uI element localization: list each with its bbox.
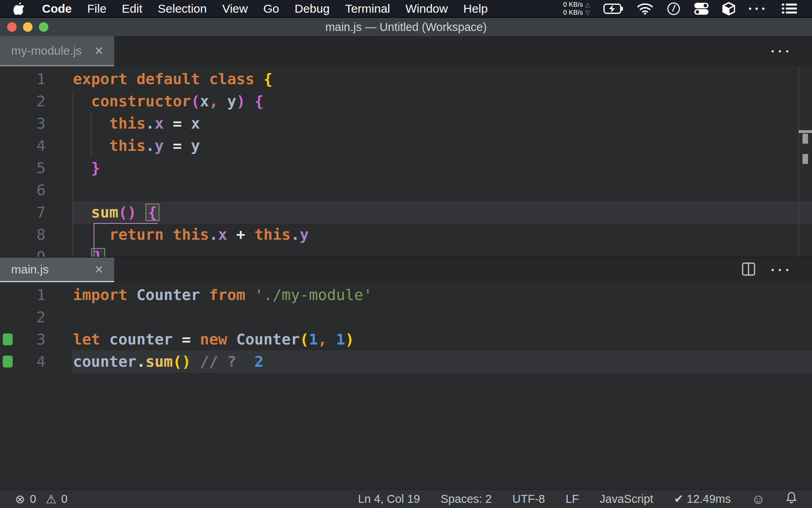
errors-count[interactable]: 0 — [30, 493, 36, 506]
line-number: 2 — [0, 90, 46, 112]
zoom-window-button[interactable] — [39, 22, 48, 32]
network-speed-indicator[interactable]: 0 KB/s0 KB/s △▽ — [563, 1, 590, 17]
tab-label: my-module.js — [11, 44, 82, 58]
menu-item-file[interactable]: File — [87, 2, 106, 15]
window-title: main.js — Untitled (Workspace) — [325, 21, 486, 34]
minimize-window-button[interactable] — [23, 22, 33, 32]
code-line[interactable]: 8 return this.x + this.y — [0, 223, 812, 246]
more-actions-icon[interactable]: ••• — [771, 265, 793, 275]
line-number: 7 — [0, 201, 46, 223]
menu-item-terminal[interactable]: Terminal — [345, 2, 390, 15]
more-actions-icon[interactable]: ••• — [771, 46, 793, 56]
window-title-bar: main.js — Untitled (Workspace) — [0, 18, 812, 36]
code-line[interactable]: 9 } — [0, 246, 812, 257]
warnings-icon[interactable]: ⚠ — [46, 492, 56, 506]
status-bar: ⊗ 0 ⚠ 0 Ln 4, Col 19 Spaces: 2 UTF-8 LF … — [0, 489, 812, 508]
line-number: 3 — [0, 112, 46, 135]
apple-logo-icon[interactable] — [13, 2, 25, 15]
code-line[interactable]: 4 this.y = y — [0, 135, 812, 157]
line-number: 2 — [0, 306, 46, 328]
bottom-editor-tab-bar: main.js × ••• — [0, 257, 812, 282]
menu-item-view[interactable]: View — [222, 2, 247, 15]
code-line[interactable]: 3 this.x = x — [0, 112, 812, 135]
code-line[interactable]: 7 sum() { — [0, 201, 812, 223]
line-number: 8 — [0, 223, 46, 246]
editor-main-js[interactable]: 1import Counter from './my-module'23let … — [0, 282, 812, 489]
cursor-position[interactable]: Ln 4, Col 19 — [358, 493, 420, 506]
feedback-smiley-icon[interactable]: ☺ — [751, 491, 765, 507]
macos-menu-bar: Code FileEditSelectionViewGoDebugTermina… — [0, 0, 812, 18]
cube-app-icon[interactable] — [722, 2, 735, 15]
notifications-bell-icon[interactable] — [786, 491, 797, 507]
menu-item-window[interactable]: Window — [406, 2, 448, 15]
indentation[interactable]: Spaces: 2 — [440, 493, 492, 506]
tab-close-icon[interactable]: × — [95, 44, 103, 58]
menu-items: FileEditSelectionViewGoDebugTerminalWind… — [87, 2, 503, 15]
eol-sequence[interactable]: LF — [565, 493, 579, 506]
close-window-button[interactable] — [7, 22, 17, 32]
tab-my-module-js[interactable]: my-module.js × — [0, 36, 114, 66]
line-number: 1 — [0, 68, 46, 90]
warnings-count[interactable]: 0 — [61, 493, 67, 506]
line-number: 6 — [0, 179, 46, 201]
check-icon: ✔ — [674, 493, 684, 505]
language-mode[interactable]: JavaScript — [599, 493, 653, 506]
code-line[interactable]: 1import Counter from './my-module' — [0, 284, 812, 306]
battery-charging-icon[interactable] — [603, 4, 623, 14]
line-number: 4 — [0, 135, 46, 157]
line-number: 5 — [0, 157, 46, 179]
editor-my-module-js[interactable]: 1export default class {2 constructor(x, … — [0, 66, 812, 257]
code-line[interactable]: 3let counter = new Counter(1, 1) — [0, 328, 812, 350]
menu-item-debug[interactable]: Debug — [295, 2, 329, 15]
tab-label: main.js — [11, 263, 49, 276]
errors-icon[interactable]: ⊗ — [15, 492, 25, 506]
code-line[interactable]: 1export default class { — [0, 68, 812, 90]
tab-close-icon[interactable]: × — [95, 262, 103, 277]
menu-item-selection[interactable]: Selection — [158, 2, 207, 15]
clock-icon[interactable] — [667, 2, 680, 15]
code-line[interactable]: 6 — [0, 179, 812, 201]
split-editor-icon[interactable] — [742, 262, 755, 277]
menu-item-edit[interactable]: Edit — [122, 2, 142, 15]
menu-item-help[interactable]: Help — [463, 2, 488, 15]
coverage-indicator — [3, 356, 13, 368]
ellipsis-icon[interactable]: ••• — [749, 4, 768, 14]
list-menu-icon[interactable] — [782, 3, 797, 14]
wifi-icon[interactable] — [637, 3, 653, 15]
code-line[interactable]: 5 } — [0, 157, 812, 179]
tab-main-js[interactable]: main.js × — [0, 258, 114, 282]
code-line[interactable]: 2 — [0, 306, 812, 328]
perf-time[interactable]: ✔ 12.49ms — [674, 492, 731, 506]
menu-item-code[interactable]: Code — [42, 2, 72, 15]
menu-item-go[interactable]: Go — [263, 2, 279, 15]
traffic-lights — [7, 18, 48, 36]
line-number: 9 — [0, 246, 46, 257]
coverage-indicator — [3, 333, 13, 345]
control-toggles-icon[interactable] — [694, 2, 709, 15]
encoding[interactable]: UTF-8 — [512, 493, 545, 506]
menu-bar-tray: 0 KB/s0 KB/s △▽ ••• — [563, 1, 812, 17]
code-line[interactable]: 4counter.sum() // ? 2 — [0, 350, 812, 373]
code-line[interactable]: 2 constructor(x, y) { — [0, 90, 812, 112]
line-number: 1 — [0, 284, 46, 306]
top-editor-tab-bar: my-module.js × ••• — [0, 36, 812, 66]
